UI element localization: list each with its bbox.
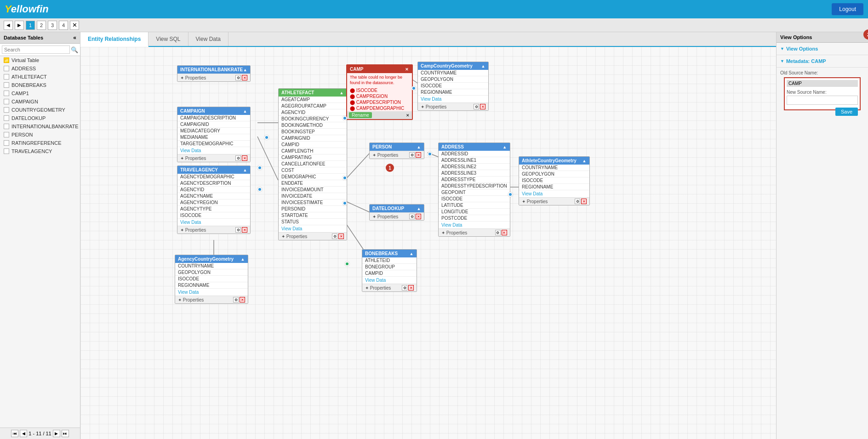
pg-first-button[interactable]: ⏮ <box>11 430 18 437</box>
prop-edit-icon[interactable]: ⚙ <box>495 230 501 235</box>
nav-tab-2[interactable]: 2 <box>37 21 46 30</box>
properties-label[interactable]: ✦ Properties <box>441 230 467 235</box>
prop-delete-icon[interactable]: ✕ <box>242 155 247 161</box>
prop-edit-icon[interactable]: ⚙ <box>235 155 241 161</box>
sidebar-item-travelagency[interactable]: TRAVELAGENCY <box>0 147 80 155</box>
prop-delete-icon[interactable]: ✕ <box>242 75 247 80</box>
tab-view-sql[interactable]: View SQL <box>148 32 188 46</box>
nav-tab-3[interactable]: 3 <box>48 21 57 30</box>
field-invoiceestimate: INVOICEESTIMATE <box>279 200 347 206</box>
new-source-name-input[interactable] <box>787 96 858 105</box>
prop-edit-icon[interactable]: ⚙ <box>235 75 241 80</box>
prop-delete-icon[interactable]: ✕ <box>416 152 421 158</box>
sort-icon[interactable]: ▲ <box>417 206 421 211</box>
sort-icon[interactable]: ▲ <box>503 145 507 149</box>
sidebar-item-countrygeometry[interactable]: COUNTRYGEOMETRY <box>0 106 80 114</box>
sort-icon[interactable]: ▲ <box>240 257 245 262</box>
sidebar-item-athletefact[interactable]: ATHLETEFACT <box>0 73 80 81</box>
sidebar-item-camp1[interactable]: CAMP1 <box>0 89 80 97</box>
view-data-athletefact[interactable]: View Data <box>279 225 347 232</box>
properties-label[interactable]: ✦ Properties <box>522 199 548 204</box>
close-camp-icon[interactable]: ✕ <box>405 113 410 118</box>
view-data-campcountrygeometry[interactable]: View Data <box>418 96 488 103</box>
view-data-bonebreaks[interactable]: View Data <box>362 277 417 284</box>
nav-next-button[interactable]: ▶ <box>15 21 24 30</box>
prop-edit-icon[interactable]: ⚙ <box>233 297 239 302</box>
metadata-section-header[interactable]: ▼ Metadata: CAMP <box>780 57 864 65</box>
sidebar-collapse-button[interactable]: « <box>73 34 76 41</box>
sort-icon[interactable]: ▲ <box>417 145 421 149</box>
view-data-athletecountrygeometry[interactable]: View Data <box>519 190 589 197</box>
nav-tab-4[interactable]: 4 <box>59 21 68 30</box>
view-data-address[interactable]: View Data <box>439 222 510 228</box>
sort-icon[interactable]: ▲ <box>481 64 485 68</box>
properties-label[interactable]: ✦ Properties <box>281 234 307 239</box>
nav-close-button[interactable]: ✕ <box>70 21 79 30</box>
entity-card-header-athletecountrygeometry: AthleteCountryGeometry ▲ <box>519 157 589 165</box>
properties-label[interactable]: ✦ Properties <box>180 228 206 233</box>
close-icon[interactable]: ✕ <box>405 67 409 72</box>
prop-edit-icon[interactable]: ⚙ <box>235 227 241 233</box>
table-icon <box>4 148 9 154</box>
field-geopolygon: GEOPOLYGON <box>175 269 248 276</box>
view-options-section-header[interactable]: ▼ View Options <box>780 45 864 53</box>
pg-next-button[interactable]: ▶ <box>53 430 60 437</box>
prop-delete-icon[interactable]: ✕ <box>338 234 344 239</box>
field-regionname: REGIONNAME <box>175 282 248 289</box>
view-data-campaign[interactable]: View Data <box>177 147 250 154</box>
sort-icon[interactable]: ▲ <box>339 91 344 95</box>
search-input[interactable] <box>2 46 70 54</box>
prop-edit-icon[interactable]: ⚙ <box>332 234 337 239</box>
sidebar-item-campaign[interactable]: CAMPAIGN <box>0 97 80 106</box>
sort-icon[interactable]: ▲ <box>243 168 247 172</box>
sidebar-item-address[interactable]: ADDRESS <box>0 64 80 73</box>
properties-label[interactable]: ✦ Properties <box>180 75 206 80</box>
properties-label[interactable]: ✦ Properties <box>372 214 398 219</box>
prop-delete-icon[interactable]: ✕ <box>416 214 421 219</box>
properties-label[interactable]: ✦ Properties <box>421 104 446 109</box>
sort-icon[interactable]: ▲ <box>582 159 587 163</box>
logout-button[interactable]: Logout <box>832 3 863 15</box>
sidebar-item-internationalbankrate[interactable]: INTERNATIONALBANKRATE <box>0 122 80 131</box>
nav-prev-button[interactable]: ◀ <box>4 21 13 30</box>
prop-delete-icon[interactable]: ✕ <box>581 199 587 204</box>
old-source-value: CAMP <box>787 80 858 87</box>
properties-label[interactable]: ✦ Properties <box>372 153 398 158</box>
properties-label[interactable]: ✦ Properties <box>178 297 204 302</box>
prop-edit-icon[interactable]: ⚙ <box>575 199 580 204</box>
metadata-label: Metadata: CAMP <box>786 58 826 64</box>
prop-delete-icon[interactable]: ✕ <box>408 285 414 291</box>
tab-view-data[interactable]: View Data <box>188 32 228 46</box>
field-addressline3: ADDRESSLINE3 <box>439 170 510 177</box>
properties-row-athletefact: ✦ Properties ⚙ ✕ <box>279 232 347 240</box>
prop-edit-icon[interactable]: ⚙ <box>409 152 415 158</box>
prop-edit-icon[interactable]: ⚙ <box>402 285 407 291</box>
properties-label[interactable]: ✦ Properties <box>180 156 206 161</box>
properties-label[interactable]: ✦ Properties <box>365 285 391 291</box>
prop-delete-icon[interactable]: ✕ <box>240 297 245 302</box>
prop-delete-icon[interactable]: ✕ <box>502 230 507 235</box>
sort-icon[interactable]: ▲ <box>409 251 414 256</box>
sort-icon[interactable]: ▲ <box>243 68 247 72</box>
canvas-area[interactable]: INTERNATIONALBANKRATE ▲ ✦ Properties ⚙ ✕… <box>80 47 776 439</box>
view-data-travelagency[interactable]: View Data <box>177 219 250 226</box>
sidebar-item-ratingreference[interactable]: RATINGREFERENCE <box>0 139 80 147</box>
tab-entity-relationships[interactable]: Entity Relationships <box>80 32 148 47</box>
prop-edit-icon[interactable]: ⚙ <box>474 104 479 109</box>
prop-delete-icon[interactable]: ✕ <box>242 227 247 233</box>
view-data-agencycountrygeometry[interactable]: View Data <box>175 289 248 296</box>
field-agencydemographic: AGENCYDEMOGRAPHIC <box>177 174 250 180</box>
sidebar-item-person[interactable]: PERSON <box>0 131 80 139</box>
search-button[interactable]: 🔍 <box>71 46 78 53</box>
pg-prev-button[interactable]: ◀ <box>20 430 27 437</box>
sidebar-item-bonebreaks[interactable]: BONEBREAKS <box>0 81 80 89</box>
save-button[interactable]: Save <box>835 108 858 116</box>
pg-last-button[interactable]: ⏭ <box>62 430 69 437</box>
sidebar-item-datelookup[interactable]: DATELOOKUP <box>0 114 80 122</box>
prop-edit-icon[interactable]: ⚙ <box>409 214 415 219</box>
nav-tab-1[interactable]: 1 <box>26 21 35 30</box>
prop-delete-icon[interactable]: ✕ <box>480 104 485 109</box>
sort-icon[interactable]: ▲ <box>243 109 247 114</box>
sidebar-item-virtual-table[interactable]: 📁 Virtual Table <box>0 56 80 64</box>
rename-button[interactable]: Rename <box>349 112 372 118</box>
